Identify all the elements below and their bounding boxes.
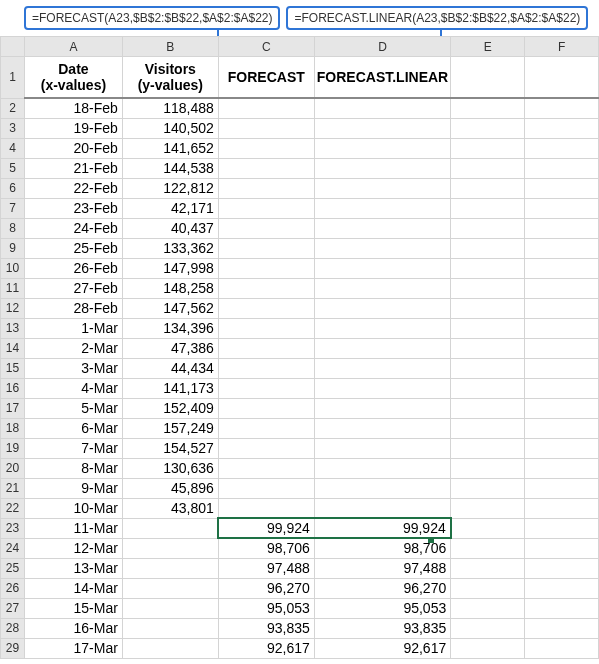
cell-a16[interactable]: 4-Mar <box>24 378 122 398</box>
cell-e1[interactable] <box>451 57 525 99</box>
cell-f11[interactable] <box>525 278 599 298</box>
cell-e18[interactable] <box>451 418 525 438</box>
cell-c28[interactable]: 93,835 <box>218 618 314 638</box>
cell-b28[interactable] <box>122 618 218 638</box>
cell-d16[interactable] <box>314 378 450 398</box>
cell-e5[interactable] <box>451 158 525 178</box>
cell-a27[interactable]: 15-Mar <box>24 598 122 618</box>
cell-a6[interactable]: 22-Feb <box>24 178 122 198</box>
cell-b19[interactable]: 154,527 <box>122 438 218 458</box>
row-header-16[interactable]: 16 <box>1 378 25 398</box>
row-header-28[interactable]: 28 <box>1 618 25 638</box>
cell-f15[interactable] <box>525 358 599 378</box>
col-header-b[interactable]: B <box>122 37 218 57</box>
cell-c2[interactable] <box>218 98 314 118</box>
cell-c18[interactable] <box>218 418 314 438</box>
cell-f2[interactable] <box>525 98 599 118</box>
cell-f27[interactable] <box>525 598 599 618</box>
cell-e10[interactable] <box>451 258 525 278</box>
cell-a7[interactable]: 23-Feb <box>24 198 122 218</box>
col-header-d[interactable]: D <box>314 37 450 57</box>
cell-f24[interactable] <box>525 538 599 558</box>
cell-b6[interactable]: 122,812 <box>122 178 218 198</box>
row-header-14[interactable]: 14 <box>1 338 25 358</box>
cell-d28[interactable]: 93,835 <box>314 618 450 638</box>
cell-e26[interactable] <box>451 578 525 598</box>
col-header-e[interactable]: E <box>451 37 525 57</box>
cell-d25[interactable]: 97,488 <box>314 558 450 578</box>
cell-d7[interactable] <box>314 198 450 218</box>
cell-e24[interactable] <box>451 538 525 558</box>
cell-a3[interactable]: 19-Feb <box>24 118 122 138</box>
cell-e14[interactable] <box>451 338 525 358</box>
cell-f1[interactable] <box>525 57 599 99</box>
cell-e28[interactable] <box>451 618 525 638</box>
cell-c11[interactable] <box>218 278 314 298</box>
cell-a29[interactable]: 17-Mar <box>24 638 122 658</box>
row-header-19[interactable]: 19 <box>1 438 25 458</box>
col-header-a[interactable]: A <box>24 37 122 57</box>
cell-f14[interactable] <box>525 338 599 358</box>
cell-d26[interactable]: 96,270 <box>314 578 450 598</box>
row-header-12[interactable]: 12 <box>1 298 25 318</box>
cell-c8[interactable] <box>218 218 314 238</box>
cell-a12[interactable]: 28-Feb <box>24 298 122 318</box>
cell-a15[interactable]: 3-Mar <box>24 358 122 378</box>
row-header-13[interactable]: 13 <box>1 318 25 338</box>
cell-d27[interactable]: 95,053 <box>314 598 450 618</box>
cell-f10[interactable] <box>525 258 599 278</box>
cell-c26[interactable]: 96,270 <box>218 578 314 598</box>
cell-b8[interactable]: 40,437 <box>122 218 218 238</box>
cell-b22[interactable]: 43,801 <box>122 498 218 518</box>
cell-b20[interactable]: 130,636 <box>122 458 218 478</box>
cell-e4[interactable] <box>451 138 525 158</box>
cell-f25[interactable] <box>525 558 599 578</box>
cell-e6[interactable] <box>451 178 525 198</box>
cell-b5[interactable]: 144,538 <box>122 158 218 178</box>
cell-d19[interactable] <box>314 438 450 458</box>
cell-d9[interactable] <box>314 238 450 258</box>
cell-f8[interactable] <box>525 218 599 238</box>
cell-e21[interactable] <box>451 478 525 498</box>
cell-a8[interactable]: 24-Feb <box>24 218 122 238</box>
cell-c15[interactable] <box>218 358 314 378</box>
cell-f28[interactable] <box>525 618 599 638</box>
cell-b27[interactable] <box>122 598 218 618</box>
row-header-26[interactable]: 26 <box>1 578 25 598</box>
cell-b21[interactable]: 45,896 <box>122 478 218 498</box>
spreadsheet[interactable]: A B C D E F 1 Date (x-values) Visitors (… <box>0 36 599 659</box>
cell-f16[interactable] <box>525 378 599 398</box>
cell-d14[interactable] <box>314 338 450 358</box>
cell-c20[interactable] <box>218 458 314 478</box>
row-header-2[interactable]: 2 <box>1 98 25 118</box>
cell-d8[interactable] <box>314 218 450 238</box>
cell-e29[interactable] <box>451 638 525 658</box>
cell-d10[interactable] <box>314 258 450 278</box>
cell-f19[interactable] <box>525 438 599 458</box>
row-header-4[interactable]: 4 <box>1 138 25 158</box>
row-header-22[interactable]: 22 <box>1 498 25 518</box>
row-header-8[interactable]: 8 <box>1 218 25 238</box>
cell-c19[interactable] <box>218 438 314 458</box>
col-header-f[interactable]: F <box>525 37 599 57</box>
cell-c17[interactable] <box>218 398 314 418</box>
cell-f5[interactable] <box>525 158 599 178</box>
cell-d23[interactable]: 99,924 <box>314 518 450 538</box>
cell-d6[interactable] <box>314 178 450 198</box>
cell-e12[interactable] <box>451 298 525 318</box>
cell-d3[interactable] <box>314 118 450 138</box>
cell-b17[interactable]: 152,409 <box>122 398 218 418</box>
cell-a17[interactable]: 5-Mar <box>24 398 122 418</box>
cell-e9[interactable] <box>451 238 525 258</box>
row-header-20[interactable]: 20 <box>1 458 25 478</box>
cell-f26[interactable] <box>525 578 599 598</box>
row-header-18[interactable]: 18 <box>1 418 25 438</box>
cell-c6[interactable] <box>218 178 314 198</box>
cell-b4[interactable]: 141,652 <box>122 138 218 158</box>
row-header-11[interactable]: 11 <box>1 278 25 298</box>
cell-d20[interactable] <box>314 458 450 478</box>
cell-f20[interactable] <box>525 458 599 478</box>
cell-a2[interactable]: 18-Feb <box>24 98 122 118</box>
cell-c5[interactable] <box>218 158 314 178</box>
cell-b1[interactable]: Visitors (y-values) <box>122 57 218 99</box>
